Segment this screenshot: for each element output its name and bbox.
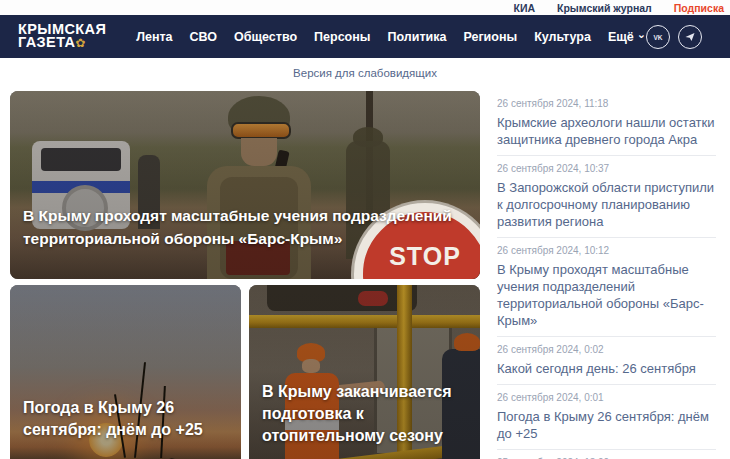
- nav-item-more[interactable]: Ещё ⌄: [608, 30, 646, 44]
- feed-item[interactable]: 26 сентября 2024, 10:37 В Запорожской об…: [497, 156, 716, 238]
- vk-icon[interactable]: VK: [646, 25, 670, 49]
- logo-line2: ГАЗЕТА: [18, 34, 75, 50]
- feed-item[interactable]: 26 сентября 2024, 0:01 Погода в Крыму 26…: [497, 385, 716, 450]
- nav-item-regions[interactable]: Регионы: [463, 30, 517, 44]
- feed-item[interactable]: 26 сентября 2024, 10:12 В Крыму проходят…: [497, 238, 716, 337]
- weather-article-card[interactable]: Погода в Крыму 26 сентября: днём до +25: [10, 285, 241, 459]
- site-logo[interactable]: КРЫМСКАЯ ГАЗЕТА✿: [18, 23, 106, 51]
- weather-article-title[interactable]: Погода в Крыму 26 сентября: днём до +25: [23, 397, 223, 441]
- nav-social-icons: VK: [646, 25, 730, 49]
- feed-item-title[interactable]: Какой сегодня день: 26 сентября: [497, 360, 716, 377]
- nav-item-persons[interactable]: Персоны: [314, 30, 370, 44]
- nav-item-society[interactable]: Общество: [234, 30, 297, 44]
- chevron-down-icon: ⌄: [637, 28, 646, 41]
- feed-item[interactable]: 25 сентября 2024, 18:00 К каким заболева…: [497, 450, 716, 459]
- nav-item-lenta[interactable]: Лента: [136, 30, 172, 44]
- feed-item-time: 26 сентября 2024, 0:02: [497, 344, 716, 355]
- feed-item-title[interactable]: Крымские археологи нашли остатки защитни…: [497, 114, 716, 148]
- accessibility-version-link[interactable]: Версия для слабовидящих: [293, 67, 437, 79]
- feed-item-title[interactable]: В Запорожской области приступили к долго…: [497, 179, 716, 230]
- content-area: STOP В Крыму проходят масштабные учения …: [0, 89, 730, 459]
- accessibility-row: Версия для слабовидящих: [0, 58, 730, 89]
- feed-item-title[interactable]: В Крыму проходят масштабные учения подра…: [497, 261, 716, 329]
- feed-item-time: 26 сентября 2024, 0:01: [497, 392, 716, 403]
- heating-article-card[interactable]: В Крыму заканчивается подготовка к отопи…: [249, 285, 480, 459]
- main-navbar: КРЫМСКАЯ ГАЗЕТА✿ Лента СВО Общество Перс…: [0, 15, 730, 58]
- link-kia[interactable]: КИА: [513, 2, 535, 14]
- flower-icon: ✿: [75, 36, 85, 50]
- utility-bar: КИА Крымский журнал Подписка: [0, 0, 730, 15]
- feed-item[interactable]: 26 сентября 2024, 11:18 Крымские археоло…: [497, 91, 716, 156]
- feed-item-time: 26 сентября 2024, 10:37: [497, 163, 716, 174]
- feed-item-time: 26 сентября 2024, 11:18: [497, 98, 716, 109]
- articles-column: STOP В Крыму проходят масштабные учения …: [10, 91, 480, 459]
- news-feed-sidebar: 26 сентября 2024, 11:18 Крымские археоло…: [497, 91, 716, 459]
- nav-item-culture[interactable]: Культура: [534, 30, 591, 44]
- nav-item-politics[interactable]: Политика: [387, 30, 446, 44]
- feed-item[interactable]: 26 сентября 2024, 0:02 Какой сегодня ден…: [497, 337, 716, 385]
- heating-article-title[interactable]: В Крыму заканчивается подготовка к отопи…: [262, 381, 467, 447]
- link-subscribe[interactable]: Подписка: [674, 2, 724, 14]
- hero-article-card[interactable]: STOP В Крыму проходят масштабные учения …: [10, 91, 480, 279]
- link-crimean-journal[interactable]: Крымский журнал: [557, 2, 652, 14]
- secondary-cards-row: Погода в Крыму 26 сентября: днём до +25: [10, 285, 480, 459]
- feed-item-title[interactable]: Погода в Крыму 26 сентября: днём до +25: [497, 408, 716, 442]
- feed-item-time: 26 сентября 2024, 10:12: [497, 245, 716, 256]
- svg-text:VK: VK: [653, 33, 662, 40]
- nav-item-svo[interactable]: СВО: [190, 30, 217, 44]
- hero-article-title[interactable]: В Крыму проходят масштабные учения подра…: [23, 205, 463, 250]
- telegram-icon[interactable]: [678, 25, 702, 49]
- nav-menu: Лента СВО Общество Персоны Политика Реги…: [136, 30, 646, 44]
